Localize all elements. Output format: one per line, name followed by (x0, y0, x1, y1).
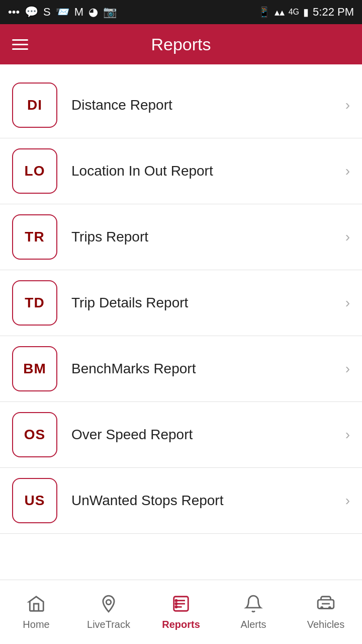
svg-point-0 (106, 600, 111, 605)
status-icons-right: 📱 ▴▴ 4G ▮ 5:22 PM (258, 6, 354, 19)
report-abbr-bm: BM (23, 361, 46, 377)
signal-icon: ▴▴ (275, 6, 285, 18)
photo-icon: 📷 (103, 6, 117, 19)
network-4g-icon: 4G (289, 8, 299, 17)
livetrack-icon (99, 594, 118, 616)
report-label-tr: Trips Report (71, 229, 339, 245)
svg-point-5 (175, 600, 177, 601)
report-abbr-td: TD (25, 295, 44, 311)
vehicles-icon (316, 594, 335, 616)
report-item-tr[interactable]: TR Trips Report › (0, 204, 362, 270)
nav-item-livetrack[interactable]: LiveTrack (72, 580, 145, 644)
report-item-bm[interactable]: BM BenchMarks Report › (0, 336, 362, 402)
bottom-navigation: Home LiveTrack Reports (0, 580, 362, 644)
svg-point-11 (329, 607, 330, 608)
dots-icon: ••• (8, 6, 20, 19)
status-time: 5:22 PM (313, 6, 354, 19)
whatsapp-icon: 💬 (25, 6, 38, 19)
status-bar: ••• 💬 S 📨 M ◕ 📷 📱 ▴▴ 4G ▮ 5:22 PM (0, 0, 362, 24)
status-icons-left: ••• 💬 S 📨 M ◕ 📷 (8, 6, 117, 19)
alerts-icon (244, 594, 263, 616)
report-item-lo[interactable]: LO Location In Out Report › (0, 138, 362, 204)
chevron-right-icon-us: › (345, 493, 350, 509)
skype-icon: S (43, 6, 51, 19)
chevron-right-icon-tr: › (345, 229, 350, 245)
report-label-di: Distance Report (71, 97, 339, 113)
nav-item-vehicles[interactable]: Vehicles (290, 580, 362, 644)
report-label-lo: Location In Out Report (71, 163, 339, 179)
report-abbr-us: US (25, 493, 45, 509)
nav-item-reports[interactable]: Reports (145, 580, 217, 644)
nav-item-alerts[interactable]: Alerts (217, 580, 290, 644)
nav-item-home[interactable]: Home (0, 580, 72, 644)
battery-icon: ▮ (303, 6, 309, 18)
report-icon-bm: BM (12, 346, 57, 391)
report-abbr-os: OS (24, 427, 45, 443)
message-icon: 📨 (56, 6, 69, 19)
report-item-td[interactable]: TD Trip Details Report › (0, 270, 362, 336)
chevron-right-icon-di: › (345, 97, 350, 113)
svg-point-10 (321, 607, 323, 608)
page-title: Reports (40, 35, 322, 54)
chevron-right-icon-td: › (345, 295, 350, 311)
chevron-right-icon-os: › (345, 427, 350, 443)
report-label-bm: BenchMarks Report (71, 361, 339, 377)
nav-label-reports: Reports (162, 619, 200, 630)
report-item-os[interactable]: OS Over Speed Report › (0, 402, 362, 468)
report-icon-td: TD (12, 280, 57, 326)
nav-label-alerts: Alerts (240, 619, 266, 630)
menu-button[interactable] (12, 39, 28, 50)
report-item-di[interactable]: DI Distance Report › (0, 72, 362, 138)
app-header: Reports (0, 24, 362, 64)
chevron-right-icon-lo: › (345, 163, 350, 179)
report-abbr-di: DI (27, 97, 42, 113)
svg-point-6 (175, 603, 177, 604)
report-label-os: Over Speed Report (71, 427, 339, 443)
home-icon (27, 594, 46, 616)
nav-label-vehicles: Vehicles (307, 619, 345, 630)
report-label-td: Trip Details Report (71, 295, 339, 311)
reports-icon (171, 594, 191, 616)
phone-icon: 📱 (258, 6, 270, 18)
gmail-icon: M (74, 6, 83, 19)
report-abbr-lo: LO (25, 163, 45, 179)
svg-point-7 (175, 606, 177, 607)
report-list: DI Distance Report › LO Location In Out … (0, 64, 362, 580)
report-abbr-tr: TR (25, 229, 44, 245)
chrome-icon: ◕ (88, 6, 98, 19)
report-icon-us: US (12, 478, 57, 523)
report-item-us[interactable]: US UnWanted Stops Report › (0, 468, 362, 534)
nav-label-livetrack: LiveTrack (87, 619, 130, 630)
nav-label-home: Home (23, 619, 49, 630)
report-icon-di: DI (12, 83, 57, 128)
report-icon-os: OS (12, 412, 57, 457)
report-icon-tr: TR (12, 214, 57, 260)
chevron-right-icon-bm: › (345, 361, 350, 377)
report-icon-lo: LO (12, 148, 57, 194)
report-label-us: UnWanted Stops Report (71, 493, 339, 509)
